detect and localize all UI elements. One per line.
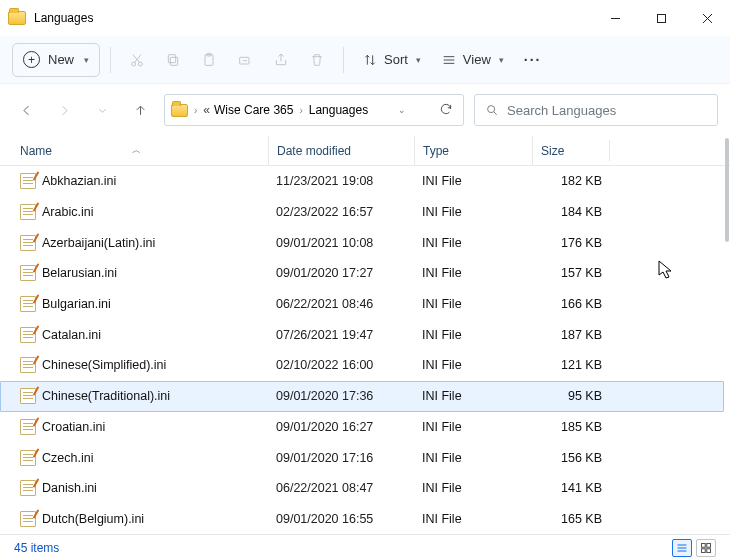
table-row[interactable]: Chinese(Simplified).ini02/10/2022 16:00I… xyxy=(0,350,724,381)
ini-file-icon xyxy=(20,235,36,251)
separator xyxy=(343,47,344,73)
sort-button[interactable]: Sort ▾ xyxy=(354,43,429,77)
close-button[interactable] xyxy=(684,0,730,36)
file-name-cell: Dutch(Belgium).ini xyxy=(20,511,268,527)
search-placeholder: Search Languages xyxy=(507,103,616,118)
column-header-row: Name ︿ Date modified Type Size xyxy=(0,136,730,166)
ini-file-icon xyxy=(20,450,36,466)
search-input[interactable]: Search Languages xyxy=(474,94,718,126)
column-header-date[interactable]: Date modified xyxy=(268,136,414,165)
view-button[interactable]: View ▾ xyxy=(433,43,512,77)
recent-locations-button[interactable] xyxy=(88,96,116,124)
chevron-right-icon: › xyxy=(192,105,199,116)
svg-rect-8 xyxy=(170,57,177,65)
rename-button[interactable] xyxy=(229,43,261,77)
file-name: Azerbaijani(Latin).ini xyxy=(42,236,155,250)
cut-button[interactable] xyxy=(121,43,153,77)
chevron-down-icon: ▾ xyxy=(499,55,504,65)
minimize-button[interactable] xyxy=(592,0,638,36)
window-title: Languages xyxy=(34,11,93,25)
item-count: 45 items xyxy=(14,541,59,555)
folder-icon xyxy=(8,11,26,25)
new-label: New xyxy=(48,52,74,67)
file-size: 121 KB xyxy=(532,358,610,372)
file-date: 11/23/2021 19:08 xyxy=(268,174,414,188)
file-name-cell: Azerbaijani(Latin).ini xyxy=(20,235,268,251)
file-name: Dutch(Belgium).ini xyxy=(42,512,144,526)
status-bar: 45 items xyxy=(0,534,730,560)
column-name-label: Name xyxy=(20,144,52,158)
table-row[interactable]: Arabic.ini02/23/2022 16:57INI File184 KB xyxy=(0,197,724,228)
separator xyxy=(110,47,111,73)
svg-point-4 xyxy=(132,62,136,66)
file-size: 166 KB xyxy=(532,297,610,311)
view-mode-switcher xyxy=(672,539,716,557)
table-row[interactable]: Chinese(Traditional).ini09/01/2020 17:36… xyxy=(0,381,724,412)
file-type: INI File xyxy=(414,389,532,403)
refresh-button[interactable] xyxy=(435,102,457,119)
ini-file-icon xyxy=(20,173,36,189)
file-type: INI File xyxy=(414,266,532,280)
new-button[interactable]: + New ▾ xyxy=(12,43,100,77)
delete-button[interactable] xyxy=(301,43,333,77)
file-name-cell: Croatian.ini xyxy=(20,419,268,435)
table-row[interactable]: Catalan.ini07/26/2021 19:47INI File187 K… xyxy=(0,319,724,350)
file-type: INI File xyxy=(414,174,532,188)
table-row[interactable]: Czech.ini09/01/2020 17:16INI File156 KB xyxy=(0,442,724,473)
breadcrumb-overflow[interactable]: « xyxy=(203,103,210,117)
file-date: 07/26/2021 19:47 xyxy=(268,328,414,342)
file-type: INI File xyxy=(414,236,532,250)
view-label: View xyxy=(463,52,491,67)
paste-button[interactable] xyxy=(193,43,225,77)
table-row[interactable]: Croatian.ini09/01/2020 16:27INI File185 … xyxy=(0,412,724,443)
forward-button[interactable] xyxy=(50,96,78,124)
table-row[interactable]: Azerbaijani(Latin).ini09/01/2021 10:08IN… xyxy=(0,227,724,258)
table-row[interactable]: Belarusian.ini09/01/2020 17:27INI File15… xyxy=(0,258,724,289)
file-list[interactable]: Abkhazian.ini11/23/2021 19:08INI File182… xyxy=(0,166,724,532)
table-row[interactable]: Bulgarian.ini06/22/2021 08:46INI File166… xyxy=(0,289,724,320)
file-size: 176 KB xyxy=(532,236,610,250)
table-row[interactable]: Abkhazian.ini11/23/2021 19:08INI File182… xyxy=(0,166,724,197)
breadcrumb[interactable]: Languages xyxy=(309,103,368,117)
details-view-button[interactable] xyxy=(672,539,692,557)
scrollbar[interactable] xyxy=(724,136,730,532)
sort-label: Sort xyxy=(384,52,408,67)
more-button[interactable]: ··· xyxy=(516,43,550,77)
breadcrumb[interactable]: Wise Care 365 xyxy=(214,103,293,117)
table-row[interactable]: Dutch(Belgium).ini09/01/2020 16:55INI Fi… xyxy=(0,504,724,532)
toolbar: + New ▾ Sort ▾ View ▾ ··· xyxy=(0,36,730,84)
table-row[interactable]: Danish.ini06/22/2021 08:47INI File141 KB xyxy=(0,473,724,504)
file-name: Chinese(Simplified).ini xyxy=(42,358,166,372)
file-date: 09/01/2020 17:16 xyxy=(268,451,414,465)
file-date: 09/01/2021 10:08 xyxy=(268,236,414,250)
sort-icon xyxy=(362,52,378,68)
file-size: 165 KB xyxy=(532,512,610,526)
svg-line-17 xyxy=(494,112,497,115)
chevron-down-icon: ▾ xyxy=(416,55,421,65)
scrollbar-thumb[interactable] xyxy=(725,138,729,242)
column-header-name[interactable]: Name ︿ xyxy=(20,144,268,158)
file-name-cell: Belarusian.ini xyxy=(20,265,268,281)
file-size: 156 KB xyxy=(532,451,610,465)
file-name: Abkhazian.ini xyxy=(42,174,116,188)
column-header-size[interactable]: Size xyxy=(532,136,610,165)
back-button[interactable] xyxy=(12,96,40,124)
file-name-cell: Abkhazian.ini xyxy=(20,173,268,189)
thumbnails-view-button[interactable] xyxy=(696,539,716,557)
file-date: 02/23/2022 16:57 xyxy=(268,205,414,219)
file-size: 141 KB xyxy=(532,481,610,495)
share-button[interactable] xyxy=(265,43,297,77)
copy-button[interactable] xyxy=(157,43,189,77)
address-bar[interactable]: › « Wise Care 365 › Languages ⌄ xyxy=(164,94,464,126)
file-name: Croatian.ini xyxy=(42,420,105,434)
file-type: INI File xyxy=(414,481,532,495)
column-header-type[interactable]: Type xyxy=(414,136,532,165)
file-type: INI File xyxy=(414,358,532,372)
file-type: INI File xyxy=(414,512,532,526)
file-name: Bulgarian.ini xyxy=(42,297,111,311)
up-button[interactable] xyxy=(126,96,154,124)
file-name: Arabic.ini xyxy=(42,205,93,219)
file-name-cell: Danish.ini xyxy=(20,480,268,496)
maximize-button[interactable] xyxy=(638,0,684,36)
address-dropdown[interactable]: ⌄ xyxy=(394,105,410,115)
